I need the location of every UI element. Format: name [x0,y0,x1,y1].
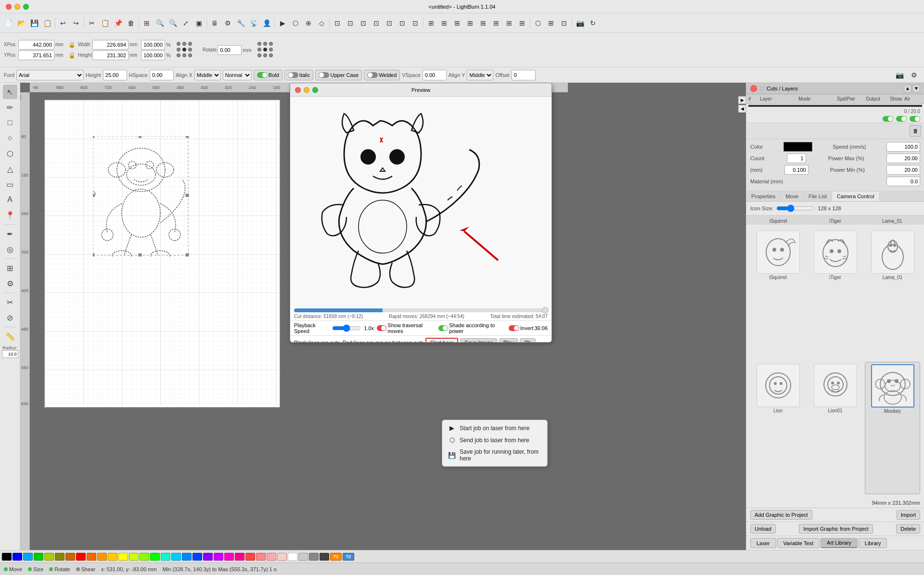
anchor2-bc[interactable] [263,53,267,57]
grid-tool[interactable]: ⊞ [3,261,17,275]
maximize-button[interactable] [23,4,29,10]
delete-graphic-button[interactable]: Delete [896,524,920,534]
anchor-br[interactable] [188,53,192,57]
align7-icon[interactable]: ⊡ [409,17,422,29]
add-graphic-button[interactable]: Add Graphic to Project [750,510,812,520]
align-x-select[interactable]: Middle [194,70,221,80]
bold-toggle[interactable]: Bold [254,70,282,80]
import-button[interactable]: Import [897,510,920,520]
open-icon[interactable]: 📂 [15,17,27,29]
color-21[interactable] [224,553,234,561]
align-x-mode[interactable]: Normal [223,70,252,80]
anchor-ml[interactable] [177,48,180,51]
color-07[interactable] [76,553,86,561]
color-23[interactable] [245,553,255,561]
frame-icon[interactable]: ▣ [192,17,205,29]
cuts-down-arrow[interactable]: ▼ [912,85,920,92]
move-icon[interactable]: ⊞ [141,17,153,29]
eraser-tool[interactable]: ⊘ [3,310,17,325]
color-29[interactable] [309,553,319,561]
art-library-tab-button[interactable]: Art Library [821,538,858,548]
font-height-input[interactable] [103,70,127,80]
color-20[interactable] [214,553,223,561]
ok-button[interactable]: Ok [520,338,535,343]
output-toggle[interactable] [883,116,893,122]
ypos-input[interactable] [18,51,54,60]
color-t1[interactable]: T1 [330,553,342,561]
anchor-mc[interactable] [182,48,186,51]
rect-tool[interactable]: □ [3,115,17,130]
dist5-icon[interactable]: ⊞ [477,17,489,29]
vspace-input[interactable] [423,70,447,80]
anchor2-tl[interactable] [257,42,261,46]
tab-properties[interactable]: Properties [746,192,781,201]
variable-text-button[interactable]: Variable Text [777,538,820,548]
color-15[interactable] [161,553,170,561]
refresh-icon[interactable]: ↻ [587,17,599,29]
undo-icon[interactable]: ↩ [57,17,69,29]
italic-toggle[interactable]: Italic [284,70,314,80]
align2-icon[interactable]: ⊡ [344,17,357,29]
library-button[interactable]: Library [859,538,887,548]
invert-toggle[interactable]: Invert 36:06 [509,325,548,331]
anchor2-br[interactable] [269,53,273,57]
rect2-tool[interactable]: ▭ [3,177,17,192]
dist4-icon[interactable]: ⊞ [464,17,476,29]
settings2-icon[interactable]: ⚙ [908,69,920,81]
tab-camera-control[interactable]: Camera Control [832,192,880,201]
new-icon[interactable]: 📄 [2,17,14,29]
monitor-icon[interactable]: 🖥 [208,17,221,29]
node-icon[interactable]: ⬡ [532,17,544,29]
anchor2-ml[interactable] [257,48,261,51]
optimize-icon[interactable]: ⊡ [558,17,570,29]
color-04[interactable] [44,553,54,561]
height-pct[interactable] [141,51,165,60]
anchor-selector[interactable] [177,42,193,58]
circle2-tool[interactable]: ◎ [3,242,17,256]
color-06[interactable] [65,553,75,561]
color-19[interactable] [203,553,213,561]
frame2-icon[interactable]: ⬡ [289,17,302,29]
text-tool[interactable]: A [3,192,17,207]
welded-toggle[interactable]: Welded [364,70,400,80]
color-00[interactable] [2,553,12,561]
show-toggle[interactable] [896,116,907,122]
boolean-icon[interactable]: ⊞ [545,17,557,29]
anchor-bc[interactable] [182,53,186,57]
preview-close-button[interactable] [295,87,301,93]
material-input[interactable] [886,177,920,186]
select-tool[interactable]: ↖ [3,85,17,99]
triangle-tool[interactable]: △ [3,162,17,176]
lock-icon[interactable]: 🔒 [68,41,76,48]
color-27[interactable] [288,553,297,561]
settings-icon[interactable]: ⚙ [221,17,234,29]
align4-icon[interactable]: ⊡ [370,17,383,29]
anchor2-mr[interactable] [269,48,273,51]
measure-tool[interactable]: 📏 [3,329,17,344]
color-14[interactable] [150,553,160,561]
icon-size-slider[interactable] [776,204,815,212]
dist6-icon[interactable]: ⊞ [490,17,502,29]
hspace-input[interactable] [150,70,174,80]
tools-icon[interactable]: 🔧 [234,17,247,29]
color-swatch[interactable] [783,142,812,152]
minimize-button[interactable] [14,4,20,10]
collapse-arrow[interactable]: ◀ [738,105,746,113]
height-input[interactable] [92,51,128,60]
save-image-button[interactable]: Save Image [460,338,497,343]
pencil-tool[interactable]: ✒ [3,227,17,241]
color-22[interactable] [235,553,244,561]
dist3-icon[interactable]: ⊞ [451,17,463,29]
font-select[interactable]: Arial [16,70,84,80]
color-13[interactable] [140,553,149,561]
expand-arrow[interactable]: ▶ [738,96,746,104]
dist8-icon[interactable]: ⊞ [516,17,528,29]
ctx-send-laser[interactable]: ⬡ Send job to laser from here [442,434,547,446]
width-pct[interactable] [141,40,165,50]
laser-tab-button[interactable]: Laser [750,538,776,548]
user-icon[interactable]: 👤 [260,17,273,29]
preview-minimize-button[interactable] [304,87,309,93]
shade-toggle[interactable]: Shade according to power [438,322,506,334]
start-here-button[interactable]: Start here [425,338,458,343]
anchor-mr[interactable] [188,48,192,51]
